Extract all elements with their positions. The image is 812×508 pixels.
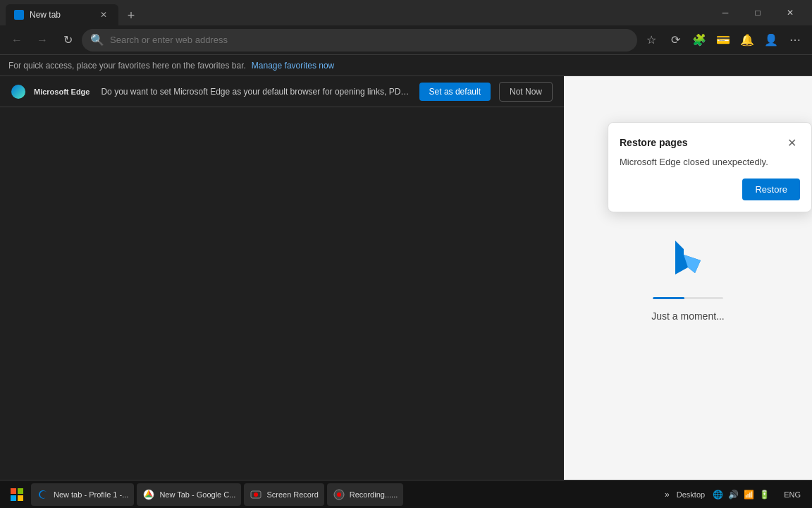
restore-title: Restore pages	[620, 137, 687, 148]
svg-rect-3	[18, 495, 23, 501]
desktop-label[interactable]: Desktop	[677, 490, 705, 499]
restore-header: Restore pages ✕	[620, 134, 800, 151]
svg-rect-1	[18, 488, 23, 494]
address-input[interactable]	[110, 35, 629, 45]
set-default-button[interactable]: Set as default	[419, 83, 491, 101]
not-now-button[interactable]: Not Now	[499, 82, 553, 102]
taskbar-item-edge[interactable]: New tab - Profile 1 -...	[31, 483, 134, 506]
manage-favorites-link[interactable]: Manage favorites now	[252, 61, 334, 71]
taskbar-edge-label: New tab - Profile 1 -...	[54, 490, 128, 499]
tab-area: New tab ✕ +	[6, 0, 141, 25]
address-bar[interactable]: 🔍	[82, 29, 637, 52]
edge-taskbar-icon	[37, 488, 49, 501]
svg-rect-0	[11, 488, 16, 494]
show-more-tray[interactable]: »	[662, 487, 672, 502]
refresh-button[interactable]: ↻	[56, 29, 79, 52]
bing-logo-large	[663, 235, 713, 286]
new-tab-button[interactable]: +	[121, 6, 141, 25]
favorites-icon[interactable]: ☆	[640, 29, 663, 52]
tab-title: New tab	[30, 10, 92, 20]
maximize-button[interactable]: □	[742, 2, 774, 23]
system-tray: » Desktop 🌐 🔊 📶 🔋	[656, 487, 775, 502]
forward-button[interactable]: →	[31, 29, 54, 52]
toolbar: ← → ↻ 🔍 ☆ ⟳ 🧩 💳 🔔 👤 ⋯	[0, 25, 812, 55]
restore-close-button[interactable]: ✕	[783, 134, 800, 151]
taskbar-screenrecord-label: Screen Record	[266, 490, 318, 499]
screenrecord-taskbar-icon	[250, 488, 262, 501]
profile-icon[interactable]: 👤	[760, 29, 782, 52]
chrome-taskbar-icon	[142, 488, 155, 501]
bing-loading-text: Just a moment...	[651, 310, 724, 322]
title-bar: New tab ✕ + ─ □ ✕	[0, 0, 812, 25]
svg-rect-2	[11, 495, 16, 501]
recording-taskbar-icon	[333, 488, 345, 501]
side-panel: Restore pages ✕ Microsoft Edge closed un…	[564, 76, 812, 480]
close-button[interactable]: ✕	[774, 2, 806, 23]
taskbar-recording-label: Recording......	[350, 490, 398, 499]
browser-frame: New tab ✕ + ─ □ ✕ ← → ↻ 🔍 ☆ ⟳ 🧩 💳 🔔 👤 ⋯	[0, 0, 812, 508]
start-button[interactable]	[6, 483, 28, 506]
favorites-text: For quick access, place your favorites h…	[8, 61, 246, 71]
svg-point-9	[337, 492, 341, 497]
taskbar: New tab - Profile 1 -... New Tab - Googl…	[0, 480, 812, 508]
restore-message: Microsoft Edge closed unexpectedly.	[620, 157, 800, 167]
tab-favicon	[14, 10, 24, 20]
toolbar-icons: ☆ ⟳ 🧩 💳 🔔 👤 ⋯	[640, 29, 806, 52]
address-search-icon: 🔍	[90, 33, 104, 47]
content-area: Microsoft Edge Do you want to set Micros…	[0, 76, 812, 480]
restore-button[interactable]: Restore	[742, 179, 800, 200]
bing-progress-bar	[653, 297, 723, 299]
favorites-bar: For quick access, place your favorites h…	[0, 55, 812, 76]
settings-more-icon[interactable]: ⋯	[784, 29, 806, 52]
extensions-icon[interactable]: 🧩	[688, 29, 710, 52]
taskbar-item-recording[interactable]: Recording......	[327, 483, 403, 506]
edge-promo-message: Do you want to set Microsoft Edge as you…	[101, 87, 410, 97]
edge-promo-bar: Microsoft Edge Do you want to set Micros…	[0, 76, 564, 107]
back-button[interactable]: ←	[6, 29, 28, 52]
tray-icon-4: 🔋	[758, 489, 770, 500]
tab-close-button[interactable]: ✕	[97, 8, 110, 21]
tray-icon-3: 📶	[743, 489, 754, 500]
taskbar-right-area: » Desktop 🌐 🔊 📶 🔋 ENG	[656, 487, 806, 502]
svg-point-7	[254, 492, 258, 497]
notifications-icon[interactable]: 🔔	[736, 29, 758, 52]
main-browser-content: Microsoft Edge Do you want to set Micros…	[0, 76, 564, 480]
wallet-icon[interactable]: 💳	[712, 29, 734, 52]
tray-icon-2: 🔊	[727, 489, 739, 500]
bing-progress-fill	[653, 297, 684, 299]
tray-icon-1: 🌐	[712, 489, 723, 500]
collections-icon[interactable]: ⟳	[664, 29, 687, 52]
edge-brand-label: Microsoft Edge	[34, 87, 90, 96]
window-controls: ─ □ ✕	[709, 2, 806, 23]
taskbar-item-screenrecord[interactable]: Screen Record	[244, 483, 324, 506]
restore-pages-popup: Restore pages ✕ Microsoft Edge closed un…	[608, 122, 812, 212]
minimize-button[interactable]: ─	[709, 2, 742, 23]
active-tab[interactable]: New tab ✕	[6, 4, 118, 25]
edge-logo-icon	[11, 85, 25, 99]
taskbar-item-chrome[interactable]: New Tab - Google C...	[137, 483, 241, 506]
lang-indicator: ENG	[778, 490, 806, 499]
taskbar-chrome-label: New Tab - Google C...	[159, 490, 235, 499]
